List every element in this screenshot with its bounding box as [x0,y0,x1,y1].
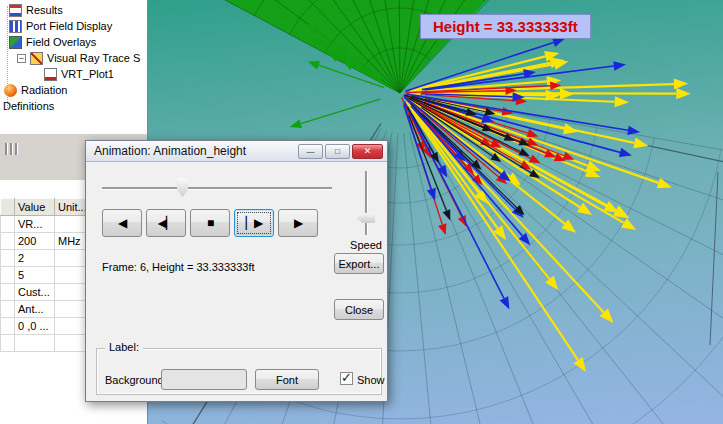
value-cell[interactable]: VR... [15,216,55,233]
groupbox-title: Label: [105,341,143,353]
value-cell[interactable]: 200 [15,233,55,250]
close-button[interactable]: Close [334,299,384,320]
tree-item-port-field-display[interactable]: Port Field Display [0,18,147,34]
tree-item-label: Definitions [3,100,54,112]
panel-grip[interactable] [5,143,18,155]
step-back-button[interactable]: ◀▏ [146,209,186,237]
row-selector[interactable] [1,284,15,301]
value-cell[interactable]: 2 [15,250,55,267]
row-selector[interactable] [1,233,15,250]
tree-item-results[interactable]: Results [0,2,147,18]
radiation-icon [4,84,17,97]
port-field-icon [9,20,22,33]
col-header-blank [1,199,15,216]
maximize-icon[interactable]: □ [325,144,350,159]
tree-item-radiation[interactable]: Radiation [0,82,147,98]
vrt-plot-icon [44,68,57,81]
results-icon [9,4,22,17]
row-selector[interactable] [1,318,15,335]
label-groupbox: Label: Background: Font Show [96,348,382,395]
row-selector[interactable] [1,250,15,267]
tree-item-label: VRT_Plot1 [61,68,114,80]
collapse-toggle-icon[interactable]: − [17,54,26,63]
stop-button[interactable]: ■ [190,209,230,237]
dialog-title: Animation: Animation_height [94,144,246,158]
tree-item-label: Port Field Display [26,20,112,32]
tree-item-field-overlays[interactable]: Field Overlays [0,34,147,50]
value-cell[interactable] [15,335,55,352]
prev-button[interactable]: ◀ [102,209,142,237]
tree-item-vrt-plot1[interactable]: VRT_Plot1 [0,66,147,82]
show-checkbox-label: Show [357,374,385,386]
background-color-button[interactable] [161,369,247,390]
export-button[interactable]: Export... [334,253,384,274]
value-cell[interactable]: 0 ,0 ... [15,318,55,335]
minimize-icon[interactable]: — [298,144,323,159]
font-button[interactable]: Font [255,369,319,390]
animation-dialog: Animation: Animation_height — □ ✕ ◀ ◀▏ ■… [85,140,388,402]
speed-slider-thumb[interactable] [357,213,375,223]
tree-item-label: Visual Ray Trace S [47,52,140,64]
next-button[interactable]: ▶ [278,209,318,237]
close-icon[interactable]: ✕ [352,144,383,159]
value-cell[interactable]: Cust... [15,284,55,301]
step-forward-button[interactable]: ▏▶ [234,209,274,237]
project-tree: Results Port Field Display Field Overlay… [0,0,148,134]
row-selector[interactable] [1,267,15,284]
tree-item-label: Radiation [21,84,67,96]
tree-item-label: Field Overlays [26,36,96,48]
frame-slider-thumb[interactable] [177,178,188,197]
caption-buttons: — □ ✕ [298,144,383,159]
row-selector[interactable] [1,301,15,318]
speed-slider-track[interactable] [365,171,367,235]
show-checkbox[interactable] [340,372,353,385]
row-selector[interactable] [1,335,15,352]
row-selector[interactable] [1,216,15,233]
visual-ray-trace-icon [30,52,43,65]
dialog-titlebar[interactable]: Animation: Animation_height — □ ✕ [86,141,387,162]
height-annotation: Height = 33.333333ft [420,14,591,39]
value-cell[interactable]: 5 [15,267,55,284]
tree-item-label: Results [26,4,63,16]
tree-guide-line [7,6,8,110]
col-header-value: Value [15,199,55,216]
tree-item-definitions[interactable]: Definitions [0,98,147,114]
frame-slider-track[interactable] [102,187,332,189]
field-overlays-icon [9,36,22,49]
frame-status-text: Frame: 6, Height = 33.333333ft [102,261,255,273]
value-cell[interactable]: Ant... [15,301,55,318]
application-window: Height = 33.333333ft Results Port Field … [0,0,723,424]
background-label: Background: [105,374,167,386]
speed-label: Speed [336,239,396,251]
tree-item-visual-ray-trace[interactable]: − Visual Ray Trace S [0,50,147,66]
